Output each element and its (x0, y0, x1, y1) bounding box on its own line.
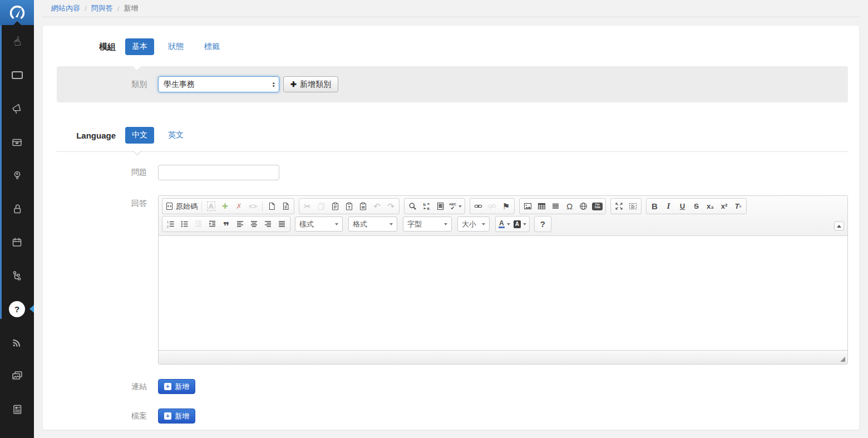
bulleted-list-button[interactable] (177, 217, 191, 231)
chevron-down-icon (458, 205, 462, 208)
undo-button[interactable]: ↶ (370, 199, 384, 213)
paste-button[interactable] (328, 199, 342, 213)
toolbar-group (610, 198, 642, 214)
underline-button[interactable]: U (675, 199, 689, 213)
news-icon (12, 403, 23, 415)
add-category-button[interactable]: ✚ 新增類別 (283, 76, 338, 92)
tab-chinese[interactable]: 中文 (125, 127, 154, 144)
sidebar-item-window[interactable] (0, 58, 34, 92)
about-button[interactable]: ? (536, 217, 550, 231)
blockquote-button[interactable]: ❞ (219, 217, 233, 231)
svg-text:T: T (348, 205, 351, 210)
inline-code-button[interactable]: <> (246, 199, 260, 213)
padlock-icon (12, 203, 23, 215)
rss-icon (11, 337, 23, 348)
sidebar-item-feeds[interactable] (0, 326, 34, 359)
unlink-button[interactable] (485, 199, 499, 213)
format-select[interactable]: 格式 (348, 216, 397, 232)
size-select[interactable]: 大小 (457, 216, 490, 232)
tab-basic[interactable]: 基本 (125, 38, 154, 55)
sidebar-item-ideas[interactable] (0, 159, 34, 192)
collapse-toolbar-button[interactable] (834, 222, 844, 230)
paste-text-button[interactable]: T (342, 199, 356, 213)
editor-content[interactable] (159, 236, 847, 350)
remove-format-button[interactable]: Tx (731, 199, 745, 213)
chevron-down-icon (444, 223, 447, 225)
spellcheck-button[interactable]: ABC✔ (447, 199, 463, 213)
preview-button[interactable] (279, 199, 293, 213)
text-color-button[interactable]: A (497, 217, 512, 231)
replace-button[interactable]: ba (420, 199, 433, 213)
select-all-button[interactable]: A (204, 199, 218, 213)
styles-select[interactable]: 樣式 (295, 216, 343, 232)
tab-english[interactable]: 英文 (161, 127, 190, 144)
numbered-list-button[interactable]: 12 (164, 217, 177, 231)
toolbar-group: ? (534, 216, 551, 232)
sidebar-item-archive[interactable] (0, 125, 34, 159)
sidebar-item-news[interactable] (0, 392, 34, 426)
justify-button[interactable] (275, 217, 289, 231)
maximize-button[interactable] (612, 199, 626, 213)
indent-button[interactable] (205, 217, 219, 231)
sidebar-item-help[interactable]: ? (0, 292, 34, 326)
new-page-button[interactable] (265, 199, 279, 213)
add-link-button[interactable]: + 新增 (158, 379, 195, 394)
sidebar-accent-bar (0, 25, 2, 319)
bg-color-button[interactable]: A (512, 217, 528, 231)
italic-button[interactable]: I (662, 199, 675, 213)
help-icon: ? (9, 301, 25, 317)
paste-word-button[interactable]: W (356, 199, 370, 213)
table-button[interactable] (535, 199, 549, 213)
align-left-button[interactable] (233, 217, 247, 231)
bold-button[interactable]: B (648, 199, 662, 213)
subscript-button[interactable]: x₂ (703, 199, 717, 213)
category-select[interactable]: 學生事務 ▲▼ (158, 76, 279, 92)
align-right-button[interactable] (261, 217, 275, 231)
show-blocks-button[interactable] (626, 199, 640, 213)
breadcrumb-faq[interactable]: 問與答 (91, 3, 113, 13)
sidebar-item-gallery[interactable] (0, 359, 34, 392)
chevron-down-icon (389, 223, 393, 225)
resize-handle-icon[interactable] (840, 357, 845, 362)
add-comment-button[interactable]: ✚ (218, 199, 232, 213)
add-file-button[interactable]: + 新增 (158, 409, 195, 424)
select-stepper-icon: ▲▼ (272, 81, 275, 87)
source-button[interactable]: 原始碼 (164, 199, 199, 213)
link-button[interactable] (471, 199, 485, 213)
copy-button[interactable] (314, 199, 328, 213)
tab-status[interactable]: 狀態 (161, 38, 190, 55)
strike-button[interactable]: S (689, 199, 703, 213)
align-center-button[interactable] (247, 217, 261, 231)
sidebar-item-calendar[interactable] (0, 225, 34, 259)
files-label: 檔案 (57, 411, 147, 421)
sidebar-item-sitemap[interactable] (0, 259, 34, 292)
sidebar-item-security[interactable] (0, 192, 34, 225)
section-divider (57, 151, 848, 152)
app-logo[interactable] (0, 0, 34, 25)
redo-button[interactable]: ↷ (384, 199, 398, 213)
cut-button[interactable]: ✂ (300, 199, 314, 213)
gauge-logo-icon (8, 5, 26, 21)
horizontal-rule-button[interactable] (549, 199, 563, 213)
calendar-icon (11, 237, 23, 248)
plus-icon: + (164, 412, 171, 420)
question-input[interactable] (158, 165, 279, 180)
image-button[interactable] (521, 199, 535, 213)
tab-tags[interactable]: 標籤 (198, 38, 226, 55)
iframe-button[interactable] (576, 199, 590, 213)
sidebar-item-announcements[interactable] (0, 92, 34, 125)
toolbar-group: ΩYouTube (519, 198, 606, 214)
find-button[interactable] (406, 199, 420, 213)
breadcrumb-site-content[interactable]: 網站內容 (51, 3, 80, 13)
remove-comment-button[interactable]: ✗ (232, 199, 246, 213)
special-char-button[interactable]: Ω (563, 199, 576, 213)
outdent-button[interactable] (191, 217, 205, 231)
select-text-button[interactable] (433, 199, 447, 213)
font-select[interactable]: 字型 (403, 216, 452, 232)
toolbar-group: 12❞ (162, 216, 290, 232)
sidebar-item-pointer[interactable]: ☝ (0, 25, 34, 58)
youtube-button[interactable]: YouTube (590, 199, 604, 213)
superscript-button[interactable]: x² (717, 199, 731, 213)
files-row: 檔案 + 新增 (57, 409, 848, 424)
anchor-button[interactable]: ⚑ (499, 199, 513, 213)
